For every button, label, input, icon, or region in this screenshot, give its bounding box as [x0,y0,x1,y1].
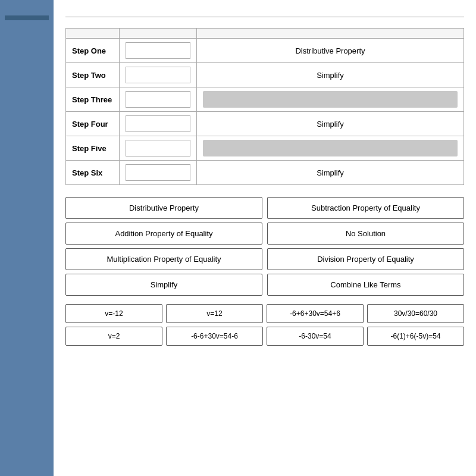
table-row: Step OneDistributive Property [66,39,464,63]
answer-btn-distributive[interactable]: Distributive Property [65,197,262,219]
bottom-btn-expr2[interactable]: 30v/30=60/30 [367,304,464,323]
step-input-6[interactable] [126,164,190,181]
bottom-btn-v-neg12[interactable]: v=-12 [65,304,162,323]
step-label-5: Step Five [66,136,120,161]
answer-btn-addition[interactable]: Addition Property of Equality [65,223,262,245]
step-property-3[interactable] [197,87,464,112]
bottom-row-1: v=-12v=12-6+6+30v=54+630v/30=60/30 [65,304,464,323]
bottom-btn-v-12[interactable]: v=12 [166,304,263,323]
bottom-btn-expr3[interactable]: -6-6+30v=54-6 [166,327,263,346]
step-property-dropdown-3[interactable] [203,91,458,108]
table-row: Step FourSimplify [66,112,464,136]
step-input-cell-4[interactable] [120,112,197,136]
step-property-2: Simplify [197,63,464,87]
answer-btn-subtraction[interactable]: Subtraction Property of Equality [267,197,464,219]
step-input-4[interactable] [126,115,190,132]
bottom-row-2: v=2-6-6+30v=54-6-6-30v=54-6(1)+6(-5v)=54 [65,327,464,346]
bottom-btn-expr1[interactable]: -6+6+30v=54+6 [267,304,364,323]
step-input-3[interactable] [126,91,190,108]
step-label-1: Step One [66,39,120,63]
step-property-6: Simplify [197,161,464,185]
title-divider [65,17,464,17]
answer-btn-simplify[interactable]: Simplify [65,274,262,296]
col-property-header [197,29,464,39]
answer-bank: Distributive PropertySubtraction Propert… [65,197,464,296]
table-row: Step SixSimplify [66,161,464,185]
sidebar [0,0,54,476]
step-input-cell-6[interactable] [120,161,197,185]
step-input-cell-5[interactable] [120,136,197,161]
step-property-1: Distributive Property [197,39,464,63]
answer-btn-no-solution[interactable]: No Solution [267,223,464,245]
step-input-cell-3[interactable] [120,87,197,112]
step-input-cell-1[interactable] [120,39,197,63]
table-row: Step Five [66,136,464,161]
bottom-btn-expr5[interactable]: -6(1)+6(-5v)=54 [367,327,464,346]
step-label-3: Step Three [66,87,120,112]
step-input-5[interactable] [126,140,190,156]
step-property-dropdown-5[interactable] [203,140,458,156]
bottom-btn-v-2[interactable]: v=2 [65,327,162,346]
answer-btn-combine[interactable]: Combine Like Terms [267,274,464,296]
step-label-6: Step Six [66,161,120,185]
step-input-2[interactable] [126,67,190,83]
step-property-5[interactable] [197,136,464,161]
main-content: Step OneDistributive PropertyStep TwoSim… [54,0,476,476]
flag-button[interactable] [5,15,49,20]
bottom-btn-expr4[interactable]: -6-30v=54 [267,327,364,346]
step-label-4: Step Four [66,112,120,136]
answer-btn-multiplication[interactable]: Multiplication Property of Equality [65,248,262,270]
step-label-2: Step Two [66,63,120,87]
table-row: Step TwoSimplify [66,63,464,87]
step-input-1[interactable] [126,42,190,59]
answer-btn-division[interactable]: Division Property of Equality [267,248,464,270]
col-label-header [66,29,120,39]
table-row: Step Three [66,87,464,112]
step-input-cell-2[interactable] [120,63,197,87]
step-property-4: Simplify [197,112,464,136]
col-step-header [120,29,197,39]
steps-table: Step OneDistributive PropertyStep TwoSim… [65,28,464,185]
